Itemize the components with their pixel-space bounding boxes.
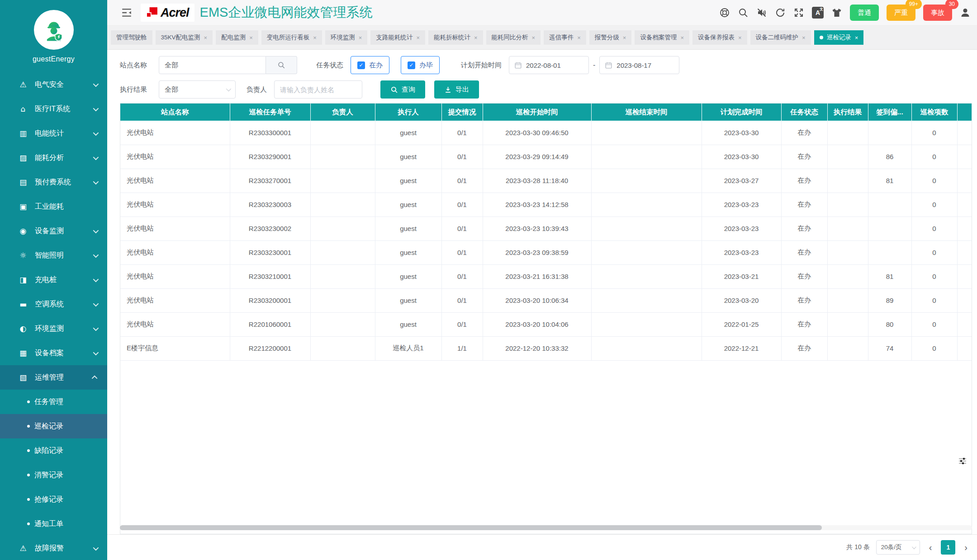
tab[interactable]: 设备档案管理 × — [635, 30, 689, 45]
sidebar-item[interactable]: ▬ 空调系统 — [0, 292, 107, 316]
next-page-button[interactable]: › — [962, 540, 970, 555]
tab[interactable]: 遥信事件 × — [544, 30, 586, 45]
cell-site-name: 光伏电站 — [120, 169, 230, 193]
table-row[interactable]: 光伏电站 R2303290001 guest 0/1 2023-03-29 09… — [120, 145, 972, 169]
cell-executor: guest — [375, 145, 441, 169]
tab[interactable]: 巡检记录 × — [814, 30, 864, 45]
column-header: 签到偏... — [868, 104, 911, 121]
sidebar-subitem[interactable]: 抢修记录 — [0, 487, 107, 512]
tab[interactable]: 能耗同比分析 × — [486, 30, 541, 45]
sidebar-item[interactable]: ⌂ 医疗IT系统 — [0, 97, 107, 121]
tab-close-icon[interactable]: × — [680, 34, 684, 41]
page-size-select[interactable]: 20条/页 — [876, 540, 920, 555]
chevron-down-icon — [93, 154, 99, 160]
horizontal-scrollbar-thumb[interactable] — [120, 525, 822, 530]
site-search-button[interactable] — [266, 56, 297, 74]
table-row[interactable]: 光伏电站 R2303270001 guest 0/1 2023-03-28 11… — [120, 169, 972, 193]
tab-close-icon[interactable]: × — [738, 34, 742, 41]
tab[interactable]: 支路能耗统计 × — [370, 30, 425, 45]
tab-close-icon[interactable]: × — [313, 34, 317, 41]
tab[interactable]: 管理驾驶舱 — [111, 30, 152, 45]
table-row[interactable]: 光伏电站 R2303200001 guest 0/1 2023-03-20 10… — [120, 288, 972, 312]
table-row[interactable]: 光伏电站 R2303230001 guest 0/1 2023-03-23 09… — [120, 240, 972, 264]
table-row[interactable]: 光伏电站 R2201060001 guest 0/1 2023-03-20 10… — [120, 312, 972, 336]
translate-icon[interactable]: A文 — [812, 7, 824, 19]
sidebar-item[interactable]: ☼ 智能照明 — [0, 243, 107, 268]
sidebar-item[interactable]: ▥ 电能统计 — [0, 121, 107, 146]
sidebar-item[interactable]: ▣ 工业能耗 — [0, 194, 107, 219]
sidebar-item-fault-alarm[interactable]: ⚠ 故障报警 — [0, 536, 107, 560]
sidebar-subitem[interactable]: 通知工单 — [0, 512, 107, 536]
sidebar-item[interactable]: ▨ 能耗分析 — [0, 146, 107, 170]
tab-close-icon[interactable]: × — [249, 34, 253, 41]
column-settings-icon[interactable] — [957, 456, 968, 466]
tab-close-icon[interactable]: × — [474, 34, 478, 41]
cell-signin-offset: 81 — [868, 169, 911, 193]
sidebar: guestEnergy ⚠ 电气安全 ⌂ 医疗IT系统 ▥ 电能统计 — [0, 0, 107, 560]
sidebar-item[interactable]: ▦ 设备档案 — [0, 341, 107, 365]
site-name-input[interactable] — [159, 56, 266, 74]
tab[interactable]: 变电所运行看板 × — [261, 30, 322, 45]
bullet-icon — [27, 425, 30, 428]
mute-icon[interactable] — [756, 7, 767, 18]
sidebar-subitem[interactable]: 消警记录 — [0, 463, 107, 487]
sidebar-item[interactable]: ◉ 设备监测 — [0, 219, 107, 243]
user-icon[interactable] — [960, 7, 971, 18]
chevron-down-icon — [93, 252, 99, 258]
status-checkbox-button[interactable]: ✓ 在办 — [351, 56, 389, 74]
search-icon — [277, 61, 285, 69]
sidebar-item[interactable]: ▤ 预付费系统 — [0, 170, 107, 194]
cell-plan-finish: 2023-03-20 — [702, 288, 781, 312]
tab[interactable]: 报警分级 × — [589, 30, 632, 45]
tab-close-icon[interactable]: × — [204, 34, 208, 41]
alarm-level-badge[interactable]: 普通 — [850, 5, 879, 21]
fullscreen-icon[interactable] — [793, 7, 804, 18]
tab-close-icon[interactable]: × — [359, 34, 362, 41]
tab-close-icon[interactable]: × — [577, 34, 581, 41]
sidebar-item[interactable]: ▧ 运维管理 — [0, 365, 107, 390]
search-icon[interactable] — [738, 7, 749, 18]
owner-input[interactable] — [274, 80, 362, 99]
sidebar-subitem[interactable]: 巡检记录 — [0, 414, 107, 438]
table-row[interactable]: 光伏电站 R2303230003 guest 0/1 2023-03-23 14… — [120, 193, 972, 216]
tab-close-icon[interactable]: × — [855, 34, 858, 41]
tab[interactable]: 设备二维码维护 × — [750, 30, 811, 45]
status-checkbox-button[interactable]: ✓ 办毕 — [401, 56, 440, 74]
sidebar-item[interactable]: ◐ 环境监测 — [0, 316, 107, 341]
calendar-icon — [605, 61, 612, 69]
sidebar-subitem[interactable]: 任务管理 — [0, 390, 107, 414]
table-row[interactable]: 光伏电站 R2303210001 guest 0/1 2023-03-21 16… — [120, 264, 972, 288]
help-ring-icon[interactable] — [719, 7, 730, 18]
alarm-level-badge[interactable]: 严重 99+ — [887, 5, 915, 21]
sidebar-subitem[interactable]: 缺陷记录 — [0, 438, 107, 463]
tab[interactable]: 环境监测 × — [325, 30, 368, 45]
refresh-icon[interactable] — [775, 7, 786, 18]
tab[interactable]: 35KV配电监测 × — [156, 30, 213, 45]
tab-close-icon[interactable]: × — [623, 34, 626, 41]
tab[interactable]: 能耗折标统计 × — [428, 30, 483, 45]
table-row[interactable]: 光伏电站 R2303300001 guest 0/1 2023-03-30 09… — [120, 121, 972, 145]
query-button[interactable]: 查询 — [380, 80, 425, 99]
export-button[interactable]: 导出 — [434, 80, 479, 99]
tab[interactable]: 设备保养报表 × — [692, 30, 747, 45]
current-page-button[interactable]: 1 — [941, 540, 955, 555]
date-to-input[interactable]: 2023-08-17 — [599, 56, 679, 74]
tab-close-icon[interactable]: × — [416, 34, 420, 41]
sidebar-item[interactable]: ◨ 充电桩 — [0, 268, 107, 292]
app-title: EMS企业微电网能效管理系统 — [200, 4, 373, 22]
alarm-level-badge[interactable]: 事故 30 — [923, 5, 952, 21]
prev-page-button[interactable]: ‹ — [926, 540, 935, 555]
date-from-input[interactable]: 2022-08-01 — [509, 56, 589, 74]
tab[interactable]: 配电监测 × — [216, 30, 258, 45]
cell-item-count: 0 — [911, 336, 957, 360]
table-row[interactable]: 光伏电站 R2303230002 guest 0/1 2023-03-23 10… — [120, 216, 972, 240]
table-row[interactable]: E楼宇信息 R2212200001 巡检人员1 1/1 2022-12-20 1… — [120, 336, 972, 360]
menu-fold-icon[interactable] — [121, 7, 133, 19]
tab-close-icon[interactable]: × — [802, 34, 806, 41]
theme-shirt-icon[interactable] — [831, 7, 842, 18]
tab-close-icon[interactable]: × — [532, 34, 536, 41]
exec-result-select[interactable]: 全部 — [159, 80, 236, 99]
cell-site-name: 光伏电站 — [120, 216, 230, 240]
medical-it-icon: ⌂ — [18, 104, 28, 113]
sidebar-item[interactable]: ⚠ 电气安全 — [0, 72, 107, 97]
